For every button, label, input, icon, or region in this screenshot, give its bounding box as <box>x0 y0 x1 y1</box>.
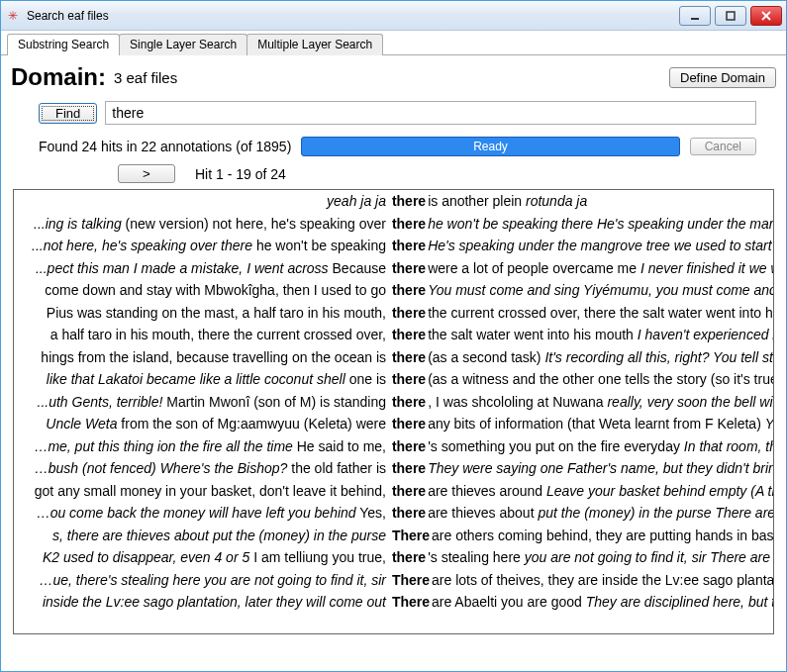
result-line[interactable]: got any small money in your basket, don'… <box>14 480 773 503</box>
window-title: Search eaf files <box>27 9 679 23</box>
hit-word: there <box>388 416 426 432</box>
app-icon: ✳ <box>5 8 21 24</box>
hit-word: There <box>388 572 430 588</box>
result-line[interactable]: s, there are thieves about put the (mone… <box>14 525 773 547</box>
tab-substring-search[interactable]: Substring Search <box>7 34 120 55</box>
hit-word: there <box>388 327 426 342</box>
result-line[interactable]: hings from the island, because travellin… <box>14 346 773 369</box>
hit-word: There <box>388 528 430 543</box>
progress-bar: Ready <box>301 137 679 156</box>
titlebar: ✳ Search eaf files <box>1 1 786 31</box>
result-line[interactable]: …me, put this thing ion the fire all the… <box>14 435 773 458</box>
result-line[interactable]: ...not here, he's speaking over there he… <box>14 235 773 257</box>
hit-word: there <box>388 193 426 209</box>
result-line[interactable]: a half taro in his mouth, there the curr… <box>14 324 773 346</box>
result-line[interactable]: like that Lakatoi became like a little c… <box>14 368 773 391</box>
search-input[interactable] <box>105 101 756 125</box>
result-line[interactable]: …ou come back the money will have left y… <box>14 502 773 525</box>
svg-rect-1 <box>727 12 735 20</box>
hit-word: there <box>388 394 426 410</box>
hit-word: there <box>388 216 426 232</box>
hit-word: There <box>388 594 430 610</box>
result-line[interactable]: yeah ja ja there is another plein rotund… <box>14 190 773 213</box>
hit-word: there <box>388 349 426 365</box>
define-domain-button[interactable]: Define Domain <box>669 67 776 88</box>
results-pane[interactable]: yeah ja ja there is another plein rotund… <box>13 189 774 634</box>
domain-info: 3 eaf files <box>114 69 177 86</box>
result-line[interactable]: ...pect this man I made a mistake, I wen… <box>14 257 773 280</box>
hit-word: there <box>388 371 426 387</box>
result-line[interactable]: …ue, there's stealing here you are not g… <box>14 569 773 592</box>
cancel-button[interactable]: Cancel <box>690 138 756 155</box>
hit-range: Hit 1 - 19 of 24 <box>195 166 286 182</box>
result-line[interactable]: …bush (not fenced) Where's the Bishop? t… <box>14 457 773 480</box>
hit-word: there <box>388 460 426 476</box>
hit-word: there <box>388 260 426 276</box>
result-line[interactable]: Uncle Weta from the son of Mg:aamwyuu (K… <box>14 413 773 435</box>
tab-single-layer-search[interactable]: Single Layer Search <box>119 34 247 55</box>
minimize-button[interactable] <box>679 6 711 26</box>
hits-status: Found 24 hits in 22 annotations (of 1895… <box>39 139 291 154</box>
result-line[interactable]: inside the Lv:ee sago plantation, later … <box>14 591 773 614</box>
maximize-button[interactable] <box>715 6 746 26</box>
tabstrip: Substring Search Single Layer Search Mul… <box>1 31 786 55</box>
hit-word: there <box>388 505 426 521</box>
tab-multiple-layer-search[interactable]: Multiple Layer Search <box>246 34 383 55</box>
result-line[interactable]: come down and stay with Mbwokîgha, then … <box>14 279 773 302</box>
find-button[interactable]: Find <box>39 103 97 124</box>
result-line[interactable]: ...uth Gents, terrible! Martin Mwonî (so… <box>14 391 773 414</box>
close-button[interactable] <box>750 6 782 26</box>
hit-word: there <box>388 238 426 253</box>
domain-label: Domain: <box>11 63 106 91</box>
hit-word: there <box>388 549 426 565</box>
hit-word: there <box>388 438 426 454</box>
result-line[interactable]: ...ing is talking (new version) not here… <box>14 213 773 236</box>
result-line[interactable]: Pius was standing on the mast, a half ta… <box>14 302 773 325</box>
result-line[interactable]: K2 used to disappear, even 4 or 5 I am t… <box>14 546 773 569</box>
next-page-button[interactable]: > <box>118 164 175 183</box>
hit-word: there <box>388 483 426 499</box>
hit-word: there <box>388 282 426 298</box>
hit-word: there <box>388 305 426 321</box>
